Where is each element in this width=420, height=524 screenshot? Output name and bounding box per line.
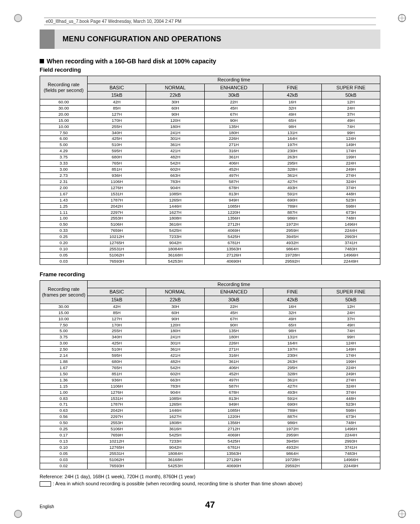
section-title-block <box>40 29 55 49</box>
cell-value: 789H <box>263 203 322 209</box>
cell-value: 98H <box>263 328 322 334</box>
table-row: 0.177659H5425H4069H2959H2244H <box>40 432 380 439</box>
cell-value: 99H <box>322 334 380 341</box>
cell-value: 301H <box>146 341 205 347</box>
cell-value: 1787H <box>88 402 146 408</box>
cell-value: 591H <box>263 396 322 402</box>
table-header-size: 22kB <box>146 92 205 99</box>
table-row: 0.0525531H18084H13563H9864H7483H <box>40 451 380 457</box>
cell-value: 49H <box>322 322 380 328</box>
cell-value: 2712H <box>205 222 263 228</box>
cell-rate: 7.50 <box>40 130 88 136</box>
table-row: 0.505106H3616H2712H1972H1496H <box>40 222 380 228</box>
cell-value: 40690H <box>205 463 263 469</box>
cell-value: 482H <box>146 359 205 365</box>
cell-value: 255H <box>88 124 146 130</box>
cell-value: 4932H <box>263 444 322 451</box>
cell-value: 42H <box>88 99 146 105</box>
cell-value: 5425H <box>205 234 263 240</box>
cell-value: 328H <box>263 167 322 173</box>
cell-rate: 30.00 <box>40 105 88 111</box>
cell-value: 361H <box>146 347 205 353</box>
registration-mark-icon <box>397 13 407 23</box>
cell-value: 2553H <box>88 420 146 426</box>
table-row: 0.502553H1808H1356H986H748H <box>40 420 380 426</box>
cell-value: 37H <box>322 316 380 322</box>
cell-value: 12H <box>322 99 380 105</box>
cell-value: 19728H <box>263 252 322 258</box>
cell-value: 690H <box>263 197 322 203</box>
cell-value: 690H <box>263 402 322 408</box>
table-row: 3.00851H602H452H328H249H <box>40 167 380 173</box>
cell-value: 4932H <box>263 240 322 246</box>
cell-rate: 3.75 <box>40 334 88 341</box>
cell-value: 2244H <box>322 432 380 439</box>
legend-box-icon <box>40 481 51 487</box>
cell-value: 10212H <box>88 439 146 445</box>
cell-value: 783H <box>146 383 205 389</box>
table-row: 1.431787H1265H949H690H523H <box>40 197 380 203</box>
cell-rate: 2.14 <box>40 353 88 359</box>
cell-value: 1808H <box>146 420 205 426</box>
cell-rate: 2.00 <box>40 185 88 191</box>
cell-value: 1356H <box>205 216 263 222</box>
cell-value: 678H <box>205 389 263 396</box>
cell-value: 361H <box>146 142 205 148</box>
cell-value: 1265H <box>146 197 205 203</box>
cell-rate: 0.10 <box>40 246 88 253</box>
cell-value: 936H <box>88 172 146 179</box>
cell-value: 7483H <box>322 246 380 253</box>
cell-value: 2297H <box>88 414 146 420</box>
cell-value: 7483H <box>322 451 380 457</box>
cell-rate: 20.00 <box>40 111 88 117</box>
cell-rate: 0.17 <box>40 432 88 439</box>
table-header-size: 15kB <box>88 92 146 99</box>
cell-rate: 5.00 <box>40 328 88 334</box>
cell-value: 3945H <box>263 234 322 240</box>
cell-value: 54253H <box>146 258 205 264</box>
table-row: 2.14595H421H316H230H174H <box>40 353 380 359</box>
cell-value: 406H <box>205 365 263 371</box>
cell-value: 1972H <box>263 222 322 228</box>
cell-value: 1496H <box>322 426 380 432</box>
cell-value: 180H <box>146 124 205 130</box>
cell-value: 1627H <box>146 414 205 420</box>
reference-note: Reference: 24H (1 day), 168H (1 week), 7… <box>40 474 380 479</box>
cell-value: 510H <box>88 347 146 353</box>
cell-value: 497H <box>205 172 263 179</box>
cell-rate: 1.88 <box>40 359 88 365</box>
cell-value: 7659H <box>88 432 146 439</box>
cell-value: 85H <box>88 310 146 316</box>
cell-value: 663H <box>146 172 205 179</box>
cell-rate: 2.73 <box>40 172 88 179</box>
cell-value: 127H <box>88 316 146 322</box>
cell-value: 32H <box>263 310 322 316</box>
cell-value: 271H <box>205 347 263 353</box>
section-title: MENU CONFIGURATION AND OPERATIONS <box>55 29 380 49</box>
table-row: 0.0276593H54253H40690H29592H22449H <box>40 463 380 469</box>
cell-value: 340H <box>88 334 146 341</box>
cell-value: 783H <box>146 179 205 185</box>
cell-value: 149H <box>322 142 380 148</box>
cell-rate: 1.11 <box>40 209 88 216</box>
cell-value: 591H <box>263 191 322 197</box>
table-header-rate: Recording rate(frames per second) <box>40 280 88 304</box>
cell-rate: 7.50 <box>40 322 88 328</box>
cell-value: 12765H <box>88 240 146 246</box>
table-header-quality: BASIC <box>88 84 146 92</box>
cell-value: 120H <box>146 322 205 328</box>
cell-value: 127H <box>88 111 146 117</box>
table-row: 5.00510H361H271H197H149H <box>40 142 380 148</box>
cell-value: 765H <box>88 161 146 167</box>
table-row: 2.001276H904H678H493H374H <box>40 185 380 191</box>
cell-value: 1446H <box>146 203 205 209</box>
cell-value: 199H <box>322 154 380 161</box>
table-header-size: 22kB <box>146 296 205 304</box>
cell-value: 45H <box>205 310 263 316</box>
table-row: 60.0042H30H22H16H12H <box>40 99 380 105</box>
table-header-recording-time: Recording time <box>88 76 380 84</box>
cell-rate: 0.50 <box>40 420 88 426</box>
table-header-size: 15kB <box>88 296 146 304</box>
cell-rate: 3.75 <box>40 154 88 161</box>
cell-value: 51062H <box>88 457 146 463</box>
